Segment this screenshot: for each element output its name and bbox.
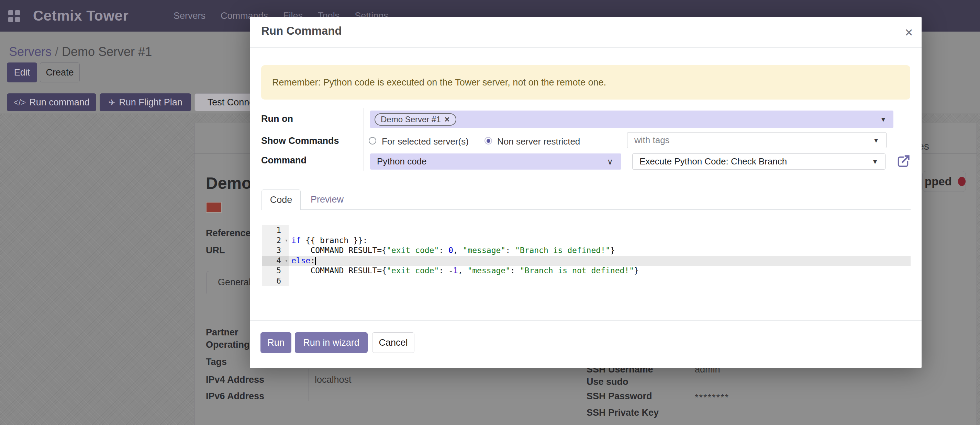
ipv4-value: localhost bbox=[315, 374, 352, 385]
menu-item-servers[interactable]: Servers bbox=[173, 11, 205, 21]
ssh-password-label: SSH Password bbox=[587, 391, 652, 402]
code-line[interactable]: COMMAND_RESULT={"exit_code": 0, "message… bbox=[289, 246, 911, 256]
command-select[interactable]: Execute Python Code: Check Branch ▾ bbox=[632, 154, 886, 170]
code-line[interactable]: COMMAND_RESULT={"exit_code": -1, "messag… bbox=[289, 266, 911, 276]
run-command-button[interactable]: </> Run command bbox=[7, 94, 96, 111]
tabbar-border bbox=[261, 209, 911, 210]
remove-tag-icon[interactable]: ✕ bbox=[444, 115, 450, 124]
run-on-select[interactable]: Demo Server #1 ✕ ▾ bbox=[370, 111, 893, 128]
cancel-button[interactable]: Cancel bbox=[372, 332, 414, 353]
radio-for-selected-servers[interactable] bbox=[369, 137, 376, 144]
radio-non-server-restricted[interactable] bbox=[485, 137, 492, 144]
reference-label: Reference bbox=[206, 228, 251, 239]
use-sudo-label: Use sudo bbox=[587, 377, 628, 387]
apps-menu-icon[interactable] bbox=[8, 10, 20, 22]
ipv6-label: IPv6 Address bbox=[206, 391, 264, 402]
status-stopped-dot bbox=[958, 177, 966, 186]
fold-arrow-icon[interactable]: ▾ bbox=[285, 236, 288, 246]
gutter-line-number[interactable]: 4▾ bbox=[262, 256, 289, 266]
gutter-line-number[interactable]: 2▾ bbox=[262, 236, 289, 246]
modal-header-divider bbox=[250, 48, 921, 48]
command-type-select[interactable]: Python code ∨ bbox=[370, 154, 621, 170]
server-title: Demo bbox=[206, 174, 251, 193]
tags-label: Tags bbox=[206, 357, 227, 367]
ipv4-label: IPv4 Address bbox=[206, 374, 264, 385]
breadcrumb-current: Demo Server #1 bbox=[62, 44, 152, 59]
fold-arrow-icon[interactable]: ▾ bbox=[285, 256, 288, 266]
tab-code[interactable]: Code bbox=[261, 189, 301, 210]
run-in-wizard-button[interactable]: Run in wizard bbox=[295, 332, 368, 353]
server-color-swatch[interactable] bbox=[206, 202, 222, 213]
gutter-line-number[interactable]: 5 bbox=[262, 266, 289, 276]
editor-code[interactable]: if {{ branch }}: COMMAND_RESULT={"exit_c… bbox=[289, 225, 911, 286]
label-column-separator bbox=[363, 108, 364, 171]
field-separator bbox=[309, 369, 309, 401]
partner-label: Partner bbox=[206, 327, 239, 338]
run-command-modal: Run Command × Remember: Python code is e… bbox=[250, 17, 921, 368]
warning-banner: Remember: Python code is executed on the… bbox=[261, 65, 910, 100]
status-label-fragment: pped bbox=[925, 175, 952, 188]
gutter-line-number[interactable]: 1 bbox=[262, 225, 289, 236]
screen: Cetmix Tower Servers Commands Files Tool… bbox=[0, 0, 980, 425]
run-on-server-tag[interactable]: Demo Server #1 ✕ bbox=[375, 113, 456, 126]
gutter-line-number[interactable]: 6 bbox=[262, 276, 289, 286]
breadcrumb-servers-link[interactable]: Servers bbox=[9, 44, 51, 59]
app-brand[interactable]: Cetmix Tower bbox=[33, 0, 129, 32]
close-icon[interactable]: × bbox=[900, 24, 918, 41]
radio-for-selected-servers-label[interactable]: For selected server(s) bbox=[382, 136, 469, 147]
edit-button[interactable]: Edit bbox=[7, 62, 37, 82]
gutter-line-number[interactable]: 3 bbox=[262, 246, 289, 256]
command-label: Command bbox=[261, 155, 307, 166]
ssh-private-key-label: SSH Private Key bbox=[587, 408, 659, 418]
external-link-icon[interactable] bbox=[895, 154, 911, 171]
ssh-password-value: ******** bbox=[695, 392, 729, 403]
code-icon: </> bbox=[13, 97, 26, 108]
radio-non-server-restricted-label[interactable]: Non server restricted bbox=[497, 136, 580, 147]
operating-system-label: Operating bbox=[206, 339, 250, 350]
url-label: URL bbox=[206, 245, 225, 256]
tab-preview[interactable]: Preview bbox=[305, 189, 350, 209]
chevron-down-icon[interactable]: ∨ bbox=[607, 157, 613, 167]
code-line[interactable]: else: bbox=[289, 256, 911, 266]
breadcrumb: Servers/Demo Server #1 bbox=[9, 44, 152, 59]
create-button[interactable]: Create bbox=[40, 62, 80, 82]
text-cursor bbox=[315, 257, 316, 265]
breadcrumb-separator: / bbox=[55, 44, 59, 59]
code-line[interactable] bbox=[289, 225, 911, 236]
warning-text: Remember: Python code is executed on the… bbox=[272, 77, 606, 88]
code-line[interactable] bbox=[289, 276, 911, 286]
plane-icon: ✈ bbox=[108, 97, 115, 108]
run-flight-plan-button[interactable]: ✈ Run Flight Plan bbox=[100, 94, 191, 111]
run-on-label: Run on bbox=[261, 114, 293, 124]
editor-gutter: 12▾34▾56 bbox=[262, 225, 289, 286]
run-button[interactable]: Run bbox=[261, 332, 291, 353]
chevron-down-icon[interactable]: ▾ bbox=[873, 157, 877, 166]
modal-title: Run Command bbox=[261, 24, 342, 37]
with-tags-select[interactable]: with tags ▾ bbox=[627, 132, 886, 148]
show-commands-label: Show Commands bbox=[261, 136, 339, 146]
code-editor[interactable]: 12▾34▾56 if {{ branch }}: COMMAND_RESULT… bbox=[262, 225, 911, 286]
field-separator bbox=[689, 368, 689, 418]
server-status-badge: pped bbox=[922, 171, 966, 192]
indent-guide bbox=[421, 275, 421, 287]
code-line[interactable]: if {{ branch }}: bbox=[289, 236, 911, 246]
chevron-down-icon[interactable]: ▾ bbox=[874, 136, 878, 145]
chevron-down-icon[interactable]: ▾ bbox=[881, 115, 885, 124]
